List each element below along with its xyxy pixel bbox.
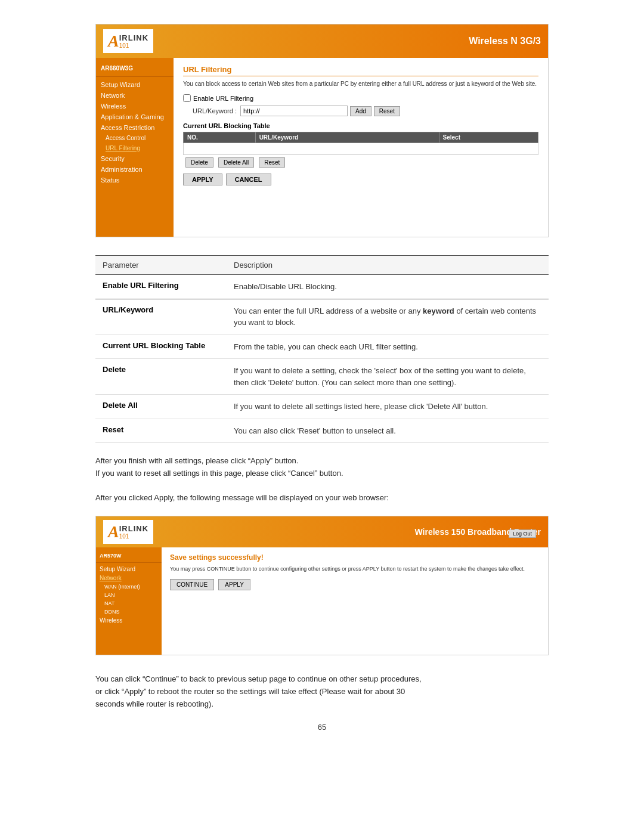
logout-button[interactable]: Log Out (509, 529, 536, 538)
text-section-1: After you finish with all settings, plea… (95, 455, 549, 480)
table-col-select: Select (439, 132, 538, 143)
param-enable-label: Enable URL Filtering (95, 275, 227, 299)
sidebar-item-access-control[interactable]: Access Control (96, 133, 174, 143)
param-row-delete: Delete If you want to delete a setting, … (95, 359, 549, 395)
router-body-2: AR570W Setup Wizard Network WAN (Interne… (96, 547, 548, 655)
url-keyword-row: URL/Keyword : Add Reset (183, 106, 538, 116)
apply-button[interactable]: APPLY (183, 174, 222, 185)
content-desc-1: You can block access to certain Web site… (183, 80, 538, 88)
sidebar-model-1: AR660W3G (96, 63, 174, 77)
sidebar-item2-nat[interactable]: NAT (96, 599, 162, 608)
url-keyword-label: URL/Keyword : (183, 107, 237, 114)
success-desc: You may press CONTINUE button to continu… (170, 565, 540, 573)
sidebar-item2-network[interactable]: Network (96, 574, 162, 583)
router-ui-2: A IRLINK 101 Log Out Wireless 150 Broadb… (95, 516, 549, 655)
logo-101-2-text: 101 (119, 533, 148, 540)
table-col-no: NO. (184, 132, 256, 143)
router-header-2: A IRLINK 101 Log Out Wireless 150 Broadb… (96, 516, 548, 547)
url-reset-button[interactable]: Reset (374, 106, 400, 116)
param-url-desc: You can enter the full URL address of a … (227, 299, 549, 335)
sidebar-item-setup-wizard[interactable]: Setup Wizard (96, 79, 174, 90)
sidebar-item2-lan[interactable]: LAN (96, 591, 162, 599)
table-col-url: URL/Keyword (255, 132, 439, 143)
header-right-2: Log Out Wireless 150 Broadband Router (415, 527, 541, 537)
router-ui-1: A IRLINK 101 Wireless N 3G/3 AR660W3G Se… (95, 24, 549, 237)
router-header-1: A IRLINK 101 Wireless N 3G/3 (96, 24, 548, 58)
table-reset-button[interactable]: Reset (259, 157, 285, 168)
footer-line3: seconds while router is rebooting). (95, 698, 549, 711)
logo-a-2-icon: A (108, 522, 119, 541)
sidebar-item-access-restriction[interactable]: Access Restriction (96, 122, 174, 133)
table-actions: Delete Delete All Reset (183, 157, 538, 168)
sidebar-item2-wireless[interactable]: Wireless (96, 616, 162, 625)
param-row-delete-all: Delete All If you want to delete all set… (95, 395, 549, 419)
apply-button-2[interactable]: APPLY (218, 579, 250, 590)
param-row-reset: Reset You can also click 'Reset' button … (95, 419, 549, 443)
param-table: Parameter Description Enable URL Filteri… (95, 255, 549, 443)
footer-text: You can click “Continue” to back to prev… (95, 673, 549, 710)
logo-irlink-text: IRLINK (119, 33, 148, 42)
router-title-1: Wireless N 3G/3 (469, 36, 541, 47)
param-reset-label: Reset (95, 419, 227, 443)
sidebar-item2-setup-wizard[interactable]: Setup Wizard (96, 565, 162, 574)
sidebar-item-status[interactable]: Status (96, 175, 174, 185)
param-url-label: URL/Keyword (95, 299, 227, 335)
sidebar-item-app-gaming[interactable]: Application & Gaming (96, 112, 174, 122)
enable-url-filtering-row: Enable URL Filtering (183, 94, 538, 102)
delete-all-button[interactable]: Delete All (218, 157, 254, 168)
router-content-1: URL Filtering You can block access to ce… (174, 58, 548, 237)
param-row-table: Current URL Blocking Table From the tabl… (95, 335, 549, 359)
url-blocking-table-section: Current URL Blocking Table NO. URL/Keywo… (183, 122, 538, 168)
url-blocking-table: NO. URL/Keyword Select (183, 132, 538, 155)
desc-col-header: Description (227, 256, 549, 275)
sidebar-model-2: AR570W (96, 551, 162, 563)
text-section-2: After you clicked Apply, the following m… (95, 492, 549, 504)
sidebar-item-administration[interactable]: Administration (96, 164, 174, 175)
param-enable-desc: Enable/Disable URL Blocking. (227, 275, 549, 299)
keyword-bold: keyword (423, 306, 454, 315)
param-reset-desc: You can also click 'Reset' button to uns… (227, 419, 549, 443)
param-delete-all-desc: If you want to delete all settings liste… (227, 395, 549, 419)
router-logo-2: A IRLINK 101 (103, 520, 153, 544)
enable-url-filtering-checkbox[interactable] (183, 94, 191, 102)
logo-irlink-2-text: IRLINK (119, 524, 148, 533)
sidebar-item2-ddns[interactable]: DDNS (96, 608, 162, 616)
text2-line1: After you clicked Apply, the following m… (95, 492, 549, 504)
page-number: 65 (36, 723, 608, 732)
param-table-desc: From the table, you can check each URL f… (227, 335, 549, 359)
table-row-empty (184, 143, 538, 155)
sidebar-item2-wan[interactable]: WAN (Internet) (96, 583, 162, 591)
text1-line2: If you want to reset all settings in thi… (95, 467, 549, 480)
router-sidebar-1: AR660W3G Setup Wizard Network Wireless A… (96, 58, 174, 237)
url-add-button[interactable]: Add (350, 106, 371, 116)
sidebar-item-url-filtering[interactable]: URL Filtering (96, 143, 174, 153)
url-keyword-input[interactable] (240, 106, 348, 116)
success-title: Save settings successfully! (170, 553, 540, 562)
text1-line1: After you finish with all settings, plea… (95, 455, 549, 467)
sidebar-item-wireless[interactable]: Wireless (96, 101, 174, 112)
footer-line2: or click “Apply” to reboot the router so… (95, 686, 549, 698)
param-table-label: Current URL Blocking Table (95, 335, 227, 359)
param-row-enable: Enable URL Filtering Enable/Disable URL … (95, 275, 549, 299)
continue-button[interactable]: CONTINUE (170, 579, 214, 590)
router-content-2: Save settings successfully! You may pres… (162, 547, 548, 655)
sidebar-item-network[interactable]: Network (96, 90, 174, 101)
logo-101-text: 101 (119, 42, 148, 49)
logo-a-icon: A (108, 32, 119, 51)
content-title-1: URL Filtering (183, 65, 538, 76)
router-sidebar-2: AR570W Setup Wizard Network WAN (Interne… (96, 547, 162, 655)
sidebar-item-security[interactable]: Security (96, 153, 174, 164)
url-blocking-table-title: Current URL Blocking Table (183, 122, 538, 129)
param-delete-all-label: Delete All (95, 395, 227, 419)
enable-url-filtering-label: Enable URL Filtering (193, 95, 253, 102)
apply-row: APPLY CANCEL (183, 174, 538, 185)
footer-line1: You can click “Continue” to back to prev… (95, 673, 549, 686)
param-col-header: Parameter (95, 256, 227, 275)
delete-button[interactable]: Delete (185, 157, 213, 168)
success-buttons: CONTINUE APPLY (170, 579, 540, 590)
param-delete-desc: If you want to delete a setting, check t… (227, 359, 549, 395)
param-row-url: URL/Keyword You can enter the full URL a… (95, 299, 549, 335)
param-delete-label: Delete (95, 359, 227, 395)
router-body-1: AR660W3G Setup Wizard Network Wireless A… (96, 58, 548, 237)
cancel-button[interactable]: CANCEL (226, 174, 271, 185)
